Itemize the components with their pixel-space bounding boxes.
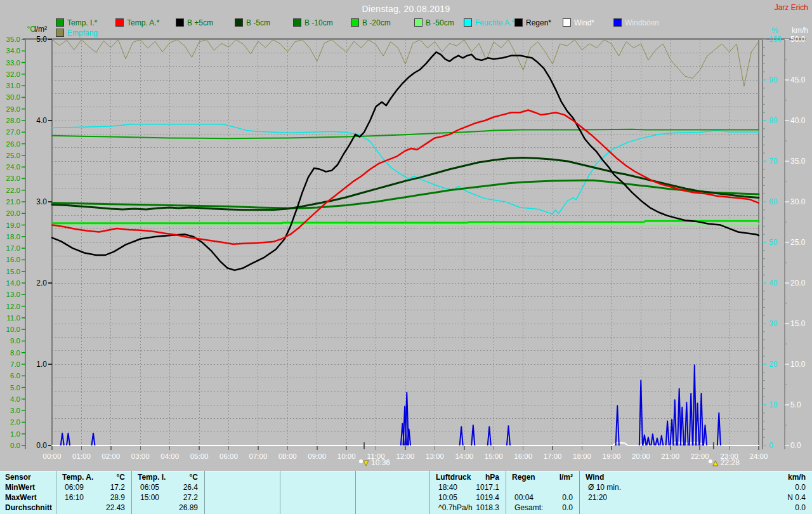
svg-text:100: 100	[769, 35, 782, 44]
svg-text:22:00: 22:00	[691, 452, 709, 460]
svg-text:10:36: 10:36	[371, 458, 390, 467]
svg-text:21:00: 21:00	[661, 452, 679, 460]
gridlines	[52, 39, 759, 445]
col-unit: km/h	[579, 472, 806, 482]
svg-text:4.0: 4.0	[10, 395, 20, 403]
svg-text:50.0: 50.0	[790, 35, 806, 44]
axis-labels: 0.01.02.03.04.05.06.07.08.09.010.011.012…	[6, 25, 808, 450]
svg-text:14.0: 14.0	[6, 279, 20, 287]
svg-text:70: 70	[769, 157, 778, 166]
series-b-10cm	[52, 180, 759, 208]
svg-text:7.0: 7.0	[10, 360, 20, 368]
svg-text:31.0: 31.0	[6, 82, 20, 89]
svg-text:20.0: 20.0	[6, 209, 20, 217]
svg-text:6.0: 6.0	[10, 372, 20, 379]
svg-text:15.0: 15.0	[6, 268, 20, 275]
stat-value: 1019.4	[429, 492, 499, 503]
svg-text:1.0: 1.0	[10, 430, 20, 438]
table-separator	[506, 471, 506, 514]
svg-text:13.0: 13.0	[6, 291, 20, 298]
svg-text:5.0: 5.0	[10, 384, 20, 392]
svg-text:15.0: 15.0	[790, 319, 806, 328]
svg-text:3.0: 3.0	[36, 197, 47, 206]
svg-text:80: 80	[769, 116, 778, 125]
svg-text:%: %	[771, 26, 778, 35]
moon-icon	[359, 459, 363, 463]
svg-text:19:00: 19:00	[603, 452, 621, 460]
svg-text:10.0: 10.0	[790, 360, 806, 369]
svg-text:3.0: 3.0	[10, 407, 20, 414]
svg-text:34.0: 34.0	[6, 47, 20, 55]
svg-text:20:00: 20:00	[632, 452, 650, 460]
svg-text:4.0: 4.0	[36, 116, 47, 125]
svg-text:08:00: 08:00	[278, 452, 297, 460]
svg-text:18.0: 18.0	[6, 233, 20, 241]
col-unit: °C	[131, 472, 198, 482]
svg-text:35.0: 35.0	[790, 157, 806, 166]
svg-text:09:00: 09:00	[308, 452, 326, 460]
table-separator	[429, 471, 430, 514]
svg-text:13:00: 13:00	[426, 452, 444, 460]
svg-text:22:28: 22:28	[721, 458, 740, 467]
arrow-icon	[713, 461, 718, 466]
stat-value: 0.0	[506, 492, 573, 503]
svg-text:20: 20	[769, 360, 778, 369]
stat-value: 22.43	[56, 503, 125, 513]
col-unit: °C	[56, 472, 125, 482]
series-windboeen	[61, 365, 721, 445]
stat-value: 0.0	[506, 503, 573, 513]
svg-text:8.0: 8.0	[10, 349, 20, 357]
svg-text:5.0: 5.0	[36, 35, 47, 44]
row-label: MinWert	[5, 482, 35, 492]
svg-text:04:00: 04:00	[160, 452, 179, 460]
weather-chart: 0.01.02.03.04.05.06.07.08.09.010.011.012…	[0, 0, 812, 471]
stat-value: 0.0	[579, 482, 806, 492]
table-separator	[131, 471, 132, 514]
svg-text:25.0: 25.0	[790, 238, 806, 247]
svg-text:19.0: 19.0	[6, 221, 20, 229]
svg-text:18:00: 18:00	[573, 452, 591, 460]
table-separator	[579, 471, 580, 514]
col-unit: l/m²	[506, 472, 573, 482]
svg-text:40.0: 40.0	[790, 116, 806, 125]
row-label: Sensor	[5, 472, 31, 482]
svg-text:15:00: 15:00	[485, 452, 503, 460]
svg-text:01:00: 01:00	[72, 452, 91, 460]
row-label: MaxWert	[5, 492, 37, 503]
svg-text:10.0: 10.0	[6, 326, 20, 333]
svg-text:03:00: 03:00	[131, 452, 150, 460]
svg-text:17.0: 17.0	[6, 244, 20, 252]
x-axis-labels: 00:0001:0002:0003:0004:0005:0006:0007:00…	[43, 452, 768, 460]
svg-text:16:00: 16:00	[514, 452, 532, 460]
stat-value: 26.4	[131, 482, 198, 492]
svg-text:0: 0	[769, 441, 773, 450]
svg-text:29.0: 29.0	[6, 105, 20, 113]
stat-value: 27.2	[131, 492, 198, 503]
weather-app-window: Dienstag, 20.08.2019 Jarz Erich Temp. I.…	[0, 0, 812, 514]
svg-text:23.0: 23.0	[6, 175, 20, 182]
svg-text:20.0: 20.0	[790, 279, 806, 287]
svg-text:2.0: 2.0	[10, 418, 20, 426]
svg-text:00:00: 00:00	[43, 452, 62, 460]
svg-text:02:00: 02:00	[102, 452, 120, 460]
stat-value: 1017.1	[429, 482, 499, 492]
svg-text:10:00: 10:00	[337, 452, 356, 460]
svg-text:25.0: 25.0	[6, 152, 20, 159]
svg-text:22.0: 22.0	[6, 187, 20, 194]
svg-text:17:00: 17:00	[544, 452, 562, 460]
svg-text:21.0: 21.0	[6, 198, 20, 206]
svg-text:07:00: 07:00	[249, 452, 268, 460]
svg-text:06:00: 06:00	[219, 452, 238, 460]
stat-value: 26.89	[131, 503, 198, 513]
svg-text:30: 30	[769, 319, 778, 328]
table-separator	[56, 471, 56, 514]
svg-text:10: 10	[769, 400, 778, 409]
svg-text:40: 40	[769, 279, 778, 287]
svg-text:28.0: 28.0	[6, 117, 20, 124]
svg-text:24.0: 24.0	[6, 163, 20, 171]
svg-text:0.0: 0.0	[10, 442, 20, 449]
svg-text:32.0: 32.0	[6, 70, 20, 78]
svg-text:12.0: 12.0	[6, 303, 20, 310]
svg-text:33.0: 33.0	[6, 59, 20, 67]
svg-text:30.0: 30.0	[790, 197, 806, 206]
